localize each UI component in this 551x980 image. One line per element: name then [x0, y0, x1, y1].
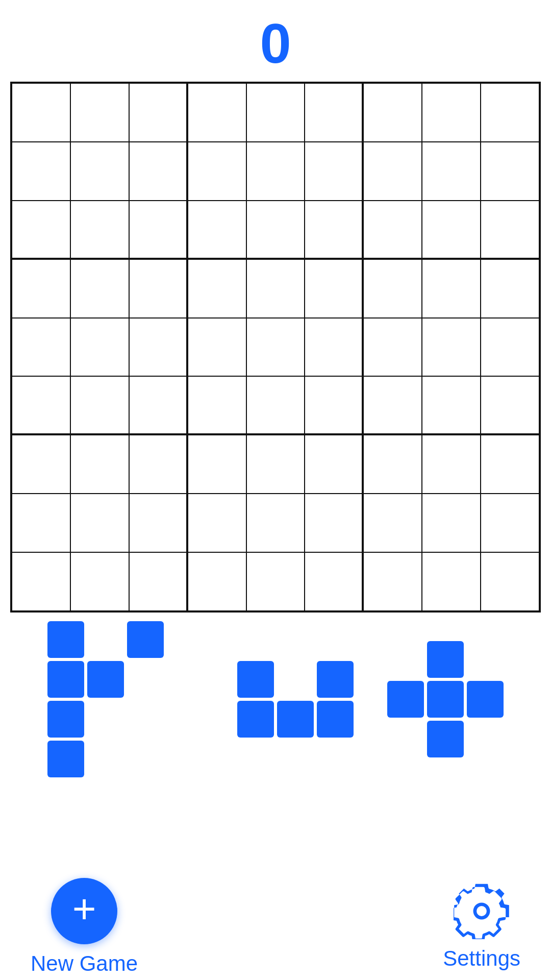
grid-cell[interactable]: [12, 259, 70, 318]
grid-cell[interactable]: [70, 494, 129, 552]
grid-cell[interactable]: [188, 201, 246, 259]
grid-cell[interactable]: [363, 435, 422, 494]
grid-cell[interactable]: [363, 201, 422, 259]
grid-cell[interactable]: [481, 201, 539, 259]
grid-cell[interactable]: [188, 552, 246, 611]
grid-cell[interactable]: [422, 142, 481, 201]
settings-button[interactable]: Settings: [443, 878, 520, 971]
piece-cell: [237, 701, 274, 738]
grid-cell[interactable]: [246, 201, 305, 259]
grid-cell[interactable]: [70, 201, 129, 259]
grid-cell[interactable]: [305, 435, 363, 494]
grid-cell[interactable]: [481, 83, 539, 142]
score-area: 0: [0, 0, 551, 82]
grid-cell[interactable]: [188, 318, 246, 377]
grid-cell[interactable]: [129, 552, 188, 611]
piece-empty: [87, 701, 124, 738]
grid-cell[interactable]: [422, 435, 481, 494]
piece-empty: [127, 701, 164, 738]
grid-cell[interactable]: [363, 259, 422, 318]
piece-cell: [47, 741, 84, 777]
grid-cell[interactable]: [363, 318, 422, 377]
grid-cell[interactable]: [422, 376, 481, 435]
grid-cell[interactable]: [70, 142, 129, 201]
grid-cell[interactable]: [481, 318, 539, 377]
grid-cell[interactable]: [363, 552, 422, 611]
grid-cell[interactable]: [305, 142, 363, 201]
grid-cell[interactable]: [129, 201, 188, 259]
grid-cell[interactable]: [70, 83, 129, 142]
grid-cell[interactable]: [363, 83, 422, 142]
grid-cell[interactable]: [363, 142, 422, 201]
grid-cell[interactable]: [129, 142, 188, 201]
grid-cell[interactable]: [246, 83, 305, 142]
grid-cell[interactable]: [481, 435, 539, 494]
grid-cell[interactable]: [305, 318, 363, 377]
grid-cell[interactable]: [422, 259, 481, 318]
settings-label: Settings: [443, 946, 520, 971]
grid-cell[interactable]: [12, 318, 70, 377]
grid-cell[interactable]: [188, 376, 246, 435]
piece-3-grid: [387, 641, 504, 757]
grid-cell[interactable]: [12, 435, 70, 494]
grid-cell[interactable]: [305, 201, 363, 259]
grid-cell[interactable]: [481, 259, 539, 318]
grid-cell[interactable]: [305, 552, 363, 611]
grid-cell[interactable]: [129, 318, 188, 377]
grid-cell[interactable]: [129, 259, 188, 318]
piece-cell: [127, 621, 164, 658]
grid-cell[interactable]: [12, 494, 70, 552]
grid-cell[interactable]: [305, 83, 363, 142]
grid-cell[interactable]: [481, 494, 539, 552]
grid-cell[interactable]: [70, 259, 129, 318]
grid-cell[interactable]: [12, 376, 70, 435]
grid-cell[interactable]: [363, 376, 422, 435]
grid-cell[interactable]: [422, 201, 481, 259]
grid-cell[interactable]: [129, 494, 188, 552]
grid-cell[interactable]: [70, 435, 129, 494]
game-grid[interactable]: [10, 82, 541, 612]
piece-1[interactable]: [29, 633, 182, 766]
grid-cell[interactable]: [12, 83, 70, 142]
piece-3[interactable]: [369, 633, 522, 766]
grid-cell[interactable]: [422, 83, 481, 142]
grid-cell[interactable]: [129, 376, 188, 435]
grid-cell[interactable]: [246, 259, 305, 318]
grid-cell[interactable]: [188, 435, 246, 494]
grid-cell[interactable]: [12, 552, 70, 611]
new-game-button[interactable]: + New Game: [31, 878, 138, 976]
grid-cell[interactable]: [70, 552, 129, 611]
grid-cell[interactable]: [188, 259, 246, 318]
grid-cell[interactable]: [481, 142, 539, 201]
grid-cell[interactable]: [422, 494, 481, 552]
piece-cell: [237, 661, 274, 698]
grid-cell[interactable]: [129, 435, 188, 494]
grid-cell[interactable]: [422, 552, 481, 611]
grid-cell[interactable]: [481, 552, 539, 611]
new-game-circle[interactable]: +: [51, 878, 117, 944]
grid-cell[interactable]: [246, 376, 305, 435]
grid-cell[interactable]: [12, 142, 70, 201]
grid-cell[interactable]: [481, 376, 539, 435]
grid-cell[interactable]: [70, 318, 129, 377]
grid-cell[interactable]: [188, 494, 246, 552]
grid-cell[interactable]: [188, 142, 246, 201]
grid-cell[interactable]: [188, 83, 246, 142]
gear-icon: [454, 883, 510, 939]
piece-2[interactable]: [199, 633, 352, 766]
grid-cell[interactable]: [246, 435, 305, 494]
grid-cell[interactable]: [246, 142, 305, 201]
grid-cell[interactable]: [246, 552, 305, 611]
grid-cell[interactable]: [305, 259, 363, 318]
grid-cell[interactable]: [305, 494, 363, 552]
grid-cell[interactable]: [246, 318, 305, 377]
grid-cell[interactable]: [70, 376, 129, 435]
grid-cell[interactable]: [129, 83, 188, 142]
grid-cell[interactable]: [305, 376, 363, 435]
plus-icon: +: [72, 889, 96, 929]
grid-cell[interactable]: [363, 494, 422, 552]
piece-empty: [127, 741, 164, 777]
grid-cell[interactable]: [12, 201, 70, 259]
grid-cell[interactable]: [246, 494, 305, 552]
grid-cell[interactable]: [422, 318, 481, 377]
